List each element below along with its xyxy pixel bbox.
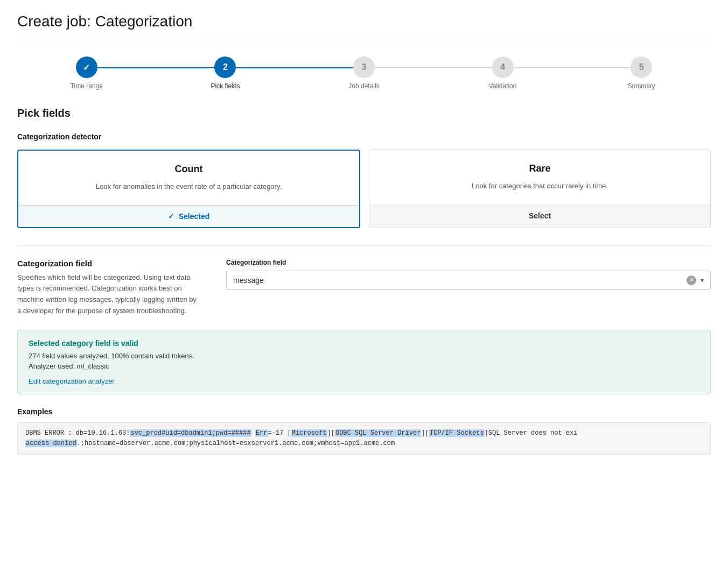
pick-fields-title: Pick fields (17, 107, 711, 119)
highlight-tcp: TCP/IP Sockets (429, 429, 485, 437)
stepper-item-1[interactable]: ✓ Time range (17, 56, 156, 90)
count-card-footer: ✓ Selected (18, 205, 359, 227)
rare-card-title: Rare (382, 163, 697, 174)
categorization-field-section: Categorization field Specifies which fie… (17, 259, 711, 317)
field-left-panel: Categorization field Specifies which fie… (17, 259, 200, 317)
count-card-title: Count (31, 164, 346, 175)
validation-analyzer: Analyzer used: ml_classic (29, 362, 699, 370)
rare-card-desc: Look for categories that occur rarely in… (382, 181, 697, 192)
rare-card-body: Rare Look for categories that occur rare… (369, 150, 710, 204)
step-label-5: Summary (628, 82, 655, 90)
highlight-1: svc_prod#uid=dbadmin1;pwd=##### (130, 429, 251, 437)
rare-select-label: Select (529, 211, 551, 220)
rare-card-footer[interactable]: Select (369, 204, 710, 227)
validation-valid-text: Selected category field is valid (29, 339, 699, 348)
detector-cards: Count Look for anomalies in the event ra… (17, 150, 711, 228)
step-circle-5: 5 (631, 56, 652, 78)
stepper-item-4[interactable]: 4 Validation (433, 56, 572, 90)
detector-card-count[interactable]: Count Look for anomalies in the event ra… (17, 150, 360, 228)
highlight-microsoft: Microsoft (291, 429, 327, 437)
chevron-down-icon[interactable]: ▾ (701, 277, 704, 284)
field-select-icons: ✕ ▾ (687, 275, 704, 285)
examples-title: Examples (17, 407, 711, 416)
step-label-2: Pick fields (211, 82, 240, 90)
field-select-value: message (233, 276, 687, 285)
stepper: ✓ Time range 2 Pick fields 3 Job details… (17, 56, 711, 90)
count-card-desc: Look for anomalies in the event rate of … (31, 181, 346, 192)
stepper-item-2[interactable]: 2 Pick fields (156, 56, 295, 90)
count-selected-label: ✓ Selected (168, 212, 209, 221)
checkmark-icon: ✓ (168, 212, 174, 221)
example-line-1: DBMS ERROR : db=10.16.1.63!svc_prod#uid=… (17, 422, 711, 455)
step-circle-1: ✓ (76, 56, 97, 78)
categorization-field-title: Categorization field (17, 259, 200, 268)
field-right-panel: Categorization field message ✕ ▾ (226, 259, 711, 317)
field-select-wrapper[interactable]: message ✕ ▾ (226, 271, 711, 290)
step-label-4: Validation (489, 82, 517, 90)
step-label-3: Job details (348, 82, 379, 90)
stepper-item-5[interactable]: 5 Summary (572, 56, 711, 90)
detector-card-rare[interactable]: Rare Look for categories that occur rare… (369, 150, 711, 228)
field-input-label: Categorization field (226, 259, 711, 266)
highlight-odbc: ODBC SQL Server Driver (335, 429, 421, 437)
step-label-1: Time range (71, 82, 103, 90)
step-circle-4: 4 (492, 56, 514, 78)
step-circle-3: 3 (353, 56, 375, 78)
page-title: Create job: Categorization (17, 13, 711, 39)
validation-detail: 274 field values analyzed, 100% contain … (29, 352, 699, 360)
edit-categorization-analyzer-link[interactable]: Edit categorization analyzer (29, 377, 115, 385)
categorization-detector-section: Categorization detector Count Look for a… (17, 132, 711, 228)
highlight-err: Err (255, 429, 268, 437)
step-circle-2: 2 (214, 56, 236, 78)
validation-banner: Selected category field is valid 274 fie… (17, 330, 711, 394)
categorization-detector-label: Categorization detector (17, 132, 711, 141)
clear-field-icon[interactable]: ✕ (687, 275, 696, 285)
stepper-item-3[interactable]: 3 Job details (295, 56, 433, 90)
examples-section: Examples DBMS ERROR : db=10.16.1.63!svc_… (17, 407, 711, 455)
section-divider (17, 245, 711, 246)
highlight-access: access denied (25, 440, 77, 447)
count-card-body: Count Look for anomalies in the event ra… (18, 151, 359, 205)
categorization-field-desc: Specifies which field will be categorize… (17, 272, 200, 317)
